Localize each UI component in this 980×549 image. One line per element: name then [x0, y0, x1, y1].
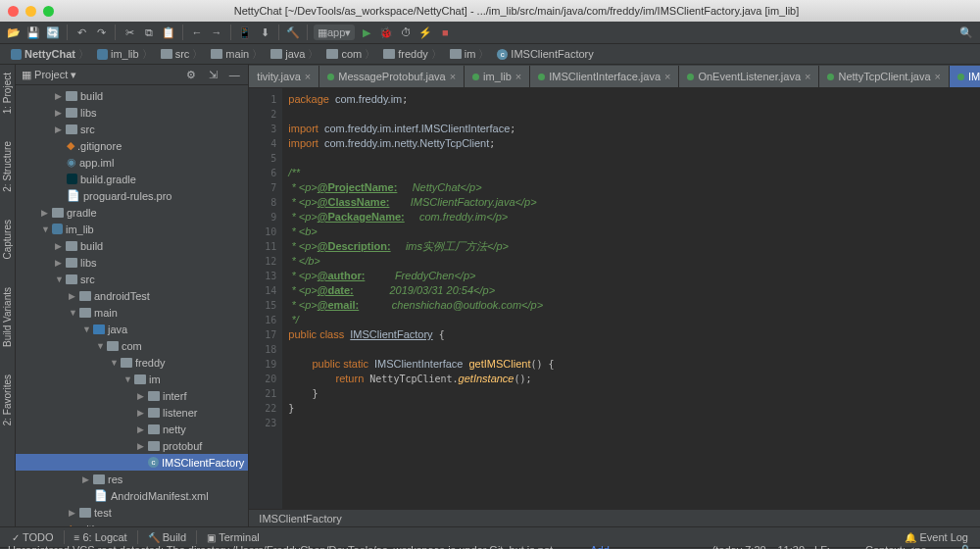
profile-icon[interactable]: ⏱	[398, 25, 414, 40]
sdk-icon[interactable]: ⬇	[257, 25, 272, 40]
structure-tool-tab[interactable]: 2: Structure	[0, 137, 15, 196]
context[interactable]: Context: <no context>	[865, 544, 949, 549]
project-tool-tab[interactable]: 1: Project	[0, 69, 15, 118]
editor-tab[interactable]: MessageProtobuf.java×	[319, 66, 465, 87]
editor-tabs: tivity.java× MessageProtobuf.java× im_li…	[249, 65, 980, 88]
project-panel: ▦ Project ▾ ⚙ ⇲ — ▶build ▶libs ▶src ◆.gi…	[16, 65, 249, 526]
editor-tab[interactable]: OnEventListener.java×	[679, 66, 819, 87]
breadcrumb-bar: NettyChat〉 im_lib〉 src〉 main〉 java〉 com〉…	[0, 44, 980, 65]
breadcrumb-item[interactable]: main〉	[208, 47, 266, 62]
captures-tool-tab[interactable]: Captures	[0, 216, 15, 264]
main-toolbar: 📂 💾 🔄 ↶ ↷ ✂ ⧉ 📋 ← → 📱 ⬇ 🔨 ▦ app ▾ ▶ 🐞 ⏱ …	[0, 22, 980, 44]
left-tool-strip: 1: Project 2: Structure Captures Build V…	[0, 65, 16, 526]
editor-area: tivity.java× MessageProtobuf.java× im_li…	[249, 65, 980, 526]
editor-tab-active[interactable]: IMSClientFactory.java×	[950, 66, 980, 87]
run-config-dropdown[interactable]: ▦ app ▾	[314, 25, 355, 40]
code-editor[interactable]: package com.freddy.im; import com.freddy…	[282, 88, 980, 509]
lock-icon[interactable]: 🔒	[958, 544, 972, 549]
editor-breadcrumb[interactable]: IMSClientFactory	[249, 509, 980, 526]
attach-icon[interactable]: ⚡	[417, 25, 433, 40]
editor-tab[interactable]: NettyTcpClient.java×	[819, 66, 950, 87]
hide-icon[interactable]: —	[226, 67, 242, 82]
breadcrumb-item[interactable]: im〉	[447, 47, 493, 62]
avd-icon[interactable]: 📱	[237, 25, 253, 40]
status-time: (today 7:20 PM)	[712, 544, 778, 549]
status-message: Unregistered VCS root detected: The dire…	[8, 544, 588, 549]
breadcrumb-item[interactable]: com〉	[323, 47, 378, 62]
redo-icon[interactable]: ↷	[93, 25, 109, 40]
minimize-window-icon[interactable]	[25, 6, 36, 17]
debug-icon[interactable]: 🐞	[378, 25, 394, 40]
open-icon[interactable]: 📂	[6, 25, 22, 40]
gradle-icon	[67, 174, 77, 184]
tree-selected-file: cIMSClientFactory	[16, 454, 248, 471]
status-add-root-link[interactable]: Add root	[590, 544, 625, 549]
breadcrumb-item[interactable]: im_lib〉	[94, 47, 156, 62]
breadcrumb-item[interactable]: NettyChat〉	[8, 47, 92, 62]
breadcrumb-item[interactable]: src〉	[158, 47, 207, 62]
breadcrumb-item[interactable]: java〉	[268, 47, 321, 62]
breadcrumb-item[interactable]: freddy〉	[380, 47, 445, 62]
save-icon[interactable]: 💾	[25, 25, 41, 40]
stop-icon[interactable]: ■	[437, 25, 453, 40]
collapse-icon[interactable]: ⇲	[205, 67, 220, 82]
mac-titlebar: NettyChat [~/DevTools/as_workspace/Netty…	[0, 0, 980, 22]
editor-tab[interactable]: tivity.java×	[249, 66, 319, 87]
favorites-tool-tab[interactable]: 2: Favorites	[0, 371, 15, 429]
forward-icon[interactable]: →	[209, 25, 224, 40]
close-window-icon[interactable]	[8, 6, 19, 17]
project-tree[interactable]: ▶build ▶libs ▶src ◆.gitignore ◉app.iml b…	[16, 85, 248, 526]
sync-icon[interactable]: 🔄	[45, 25, 61, 40]
project-view-dropdown[interactable]: ▦ Project ▾	[22, 69, 76, 81]
maximize-window-icon[interactable]	[43, 6, 54, 17]
cut-icon[interactable]: ✂	[122, 25, 137, 40]
paste-icon[interactable]: 📋	[161, 25, 176, 40]
editor-tab[interactable]: im_lib×	[465, 66, 530, 87]
build-variants-tool-tab[interactable]: Build Variants	[0, 283, 15, 351]
project-panel-header: ▦ Project ▾ ⚙ ⇲ —	[16, 65, 248, 85]
copy-icon[interactable]: ⧉	[141, 25, 157, 40]
undo-icon[interactable]: ↶	[74, 25, 89, 40]
gear-icon[interactable]: ⚙	[183, 67, 199, 82]
hammer-icon[interactable]: 🔨	[285, 25, 301, 40]
encoding[interactable]: LF: UTF-8:	[814, 544, 856, 549]
cursor-position[interactable]: 11:30	[778, 544, 806, 549]
editor-tab[interactable]: IMSClientInterface.java×	[530, 66, 679, 87]
window-title: NettyChat [~/DevTools/as_workspace/Netty…	[61, 5, 972, 17]
back-icon[interactable]: ←	[189, 25, 205, 40]
line-gutter[interactable]: 1234567891011121314151617181920212223	[249, 88, 282, 509]
breadcrumb-item[interactable]: cIMSClientFactory	[494, 48, 596, 60]
search-icon[interactable]: 🔍	[958, 25, 974, 40]
run-icon[interactable]: ▶	[359, 25, 374, 40]
